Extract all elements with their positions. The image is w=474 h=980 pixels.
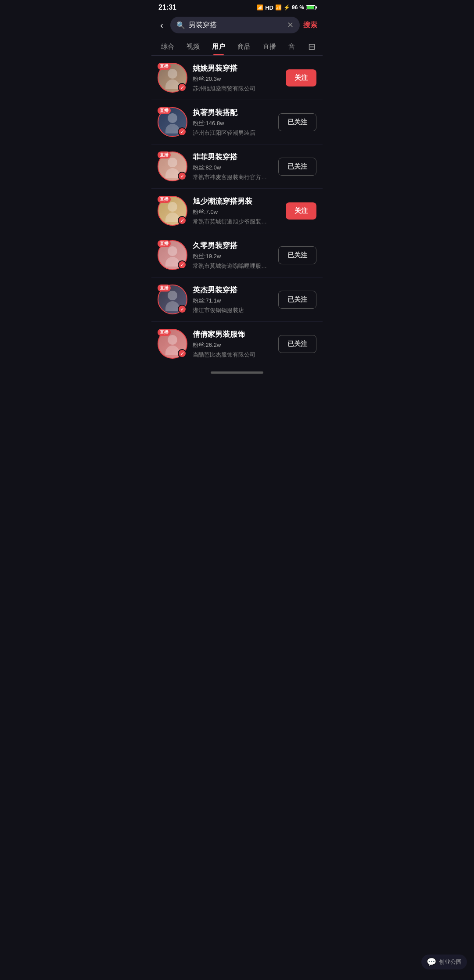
list-item: 直播✓执著男装搭配粉丝:146.8w泸州市江阳区轻潮男装店已关注 (151, 100, 323, 144)
user-info: 执著男装搭配粉丝:146.8w泸州市江阳区轻潮男装店 (193, 108, 273, 137)
user-desc: 当酷芭比杰服饰有限公司 (193, 351, 273, 359)
search-box: 🔍 男装穿搭 ✕ (170, 17, 300, 33)
tab-user[interactable]: 用户 (206, 38, 231, 55)
live-badge: 直播 (158, 107, 171, 114)
user-name: 菲菲男装穿搭 (193, 152, 273, 162)
battery-percent: 96 (292, 4, 298, 11)
tabs-bar: 综合 视频 用户 商品 直播 音 ⊟ (151, 38, 323, 56)
avatar: 直播✓ (158, 63, 187, 93)
avatar: 直播✓ (158, 107, 187, 137)
status-icons: 📶 HD 📶 ⚡ 96% (257, 4, 316, 11)
list-item: 直播✓菲菲男装穿搭粉丝:82.0w常熟市祎麦客服装商行官方…已关注 (151, 144, 323, 189)
user-fans: 粉丝:82.0w (193, 164, 273, 172)
wifi-icon: 📶 (257, 4, 263, 11)
user-list: 直播✓姚姚男装穿搭粉丝:20.3w苏州驰旭燊商贸有限公司关注直播✓执著男装搭配粉… (151, 56, 323, 366)
user-desc: 苏州驰旭燊商贸有限公司 (193, 85, 280, 93)
status-bar: 21:31 📶 HD 📶 ⚡ 96% (151, 0, 323, 13)
list-item: 直播✓英杰男装穿搭粉丝:71.1w潜江市俊锅锅服装店已关注 (151, 277, 323, 322)
user-info: 久零男装穿搭粉丝:19.2w常熟市莫城街道嗡嗡哩哩服… (193, 241, 273, 270)
bottom-bar (151, 366, 323, 379)
battery-icon (306, 5, 316, 10)
user-desc: 泸州市江阳区轻潮男装店 (193, 129, 273, 137)
back-button[interactable]: ‹ (157, 18, 167, 32)
tab-music[interactable]: 音 (282, 38, 301, 55)
unfollow-button[interactable]: 已关注 (278, 113, 316, 131)
unfollow-button[interactable]: 已关注 (278, 246, 316, 264)
verified-icon: ✓ (178, 349, 187, 358)
avatar: 直播✓ (158, 285, 187, 314)
user-fans: 粉丝:146.8w (193, 119, 273, 127)
user-name: 姚姚男装穿搭 (193, 63, 280, 73)
user-name: 英杰男装穿搭 (193, 285, 273, 295)
user-name: 执著男装搭配 (193, 108, 273, 118)
avatar: 直播✓ (158, 240, 187, 270)
list-item: 直播✓久零男装穿搭粉丝:19.2w常熟市莫城街道嗡嗡哩哩服…已关注 (151, 233, 323, 277)
user-info: 姚姚男装穿搭粉丝:20.3w苏州驰旭燊商贸有限公司 (193, 63, 280, 93)
list-item: 直播✓旭少潮流穿搭男装粉丝:7.0w常熟市莫城街道旭少爷服装…关注 (151, 189, 323, 233)
user-fans: 粉丝:20.3w (193, 75, 280, 83)
clear-button[interactable]: ✕ (287, 20, 294, 30)
user-fans: 粉丝:71.1w (193, 297, 273, 305)
live-badge: 直播 (158, 63, 171, 70)
avatar: 直播✓ (158, 329, 187, 359)
status-time: 21:31 (158, 4, 176, 11)
search-input[interactable]: 男装穿搭 (189, 21, 284, 30)
home-indicator (211, 371, 263, 374)
user-fans: 粉丝:19.2w (193, 252, 273, 260)
user-desc: 常熟市祎麦客服装商行官方… (193, 173, 273, 181)
tab-comprehensive[interactable]: 综合 (155, 38, 180, 55)
verified-icon: ✓ (178, 127, 187, 136)
verified-icon: ✓ (178, 172, 187, 180)
list-item: 直播✓姚姚男装穿搭粉丝:20.3w苏州驰旭燊商贸有限公司关注 (151, 56, 323, 100)
list-item: 直播✓倩倩家男装服饰粉丝:26.2w当酷芭比杰服饰有限公司已关注 (151, 322, 323, 366)
user-name: 久零男装穿搭 (193, 241, 273, 251)
user-fans: 粉丝:26.2w (193, 341, 273, 349)
live-badge: 直播 (158, 196, 171, 203)
live-badge: 直播 (158, 285, 171, 292)
verified-icon: ✓ (178, 260, 187, 269)
verified-icon: ✓ (178, 305, 187, 313)
live-badge: 直播 (158, 151, 171, 159)
user-desc: 潜江市俊锅锅服装店 (193, 306, 273, 314)
user-info: 旭少潮流穿搭男装粉丝:7.0w常熟市莫城街道旭少爷服装… (193, 196, 280, 226)
search-icon: 🔍 (176, 21, 185, 29)
verified-icon: ✓ (178, 216, 187, 225)
live-badge: 直播 (158, 240, 171, 247)
tab-live[interactable]: 直播 (257, 38, 282, 55)
filter-icon[interactable]: ⊟ (305, 38, 319, 55)
unfollow-button[interactable]: 已关注 (278, 335, 316, 353)
avatar: 直播✓ (158, 196, 187, 226)
follow-button[interactable]: 关注 (286, 69, 316, 86)
avatar: 直播✓ (158, 151, 187, 181)
signal2-icon: 📶 (275, 4, 282, 11)
user-fans: 粉丝:7.0w (193, 208, 280, 216)
user-info: 菲菲男装穿搭粉丝:82.0w常熟市祎麦客服装商行官方… (193, 152, 273, 181)
user-desc: 常熟市莫城街道旭少爷服装… (193, 218, 280, 226)
tab-video[interactable]: 视频 (180, 38, 206, 55)
user-name: 倩倩家男装服饰 (193, 329, 273, 339)
signal-icon: HD (265, 4, 273, 11)
live-badge: 直播 (158, 329, 171, 336)
user-name: 旭少潮流穿搭男装 (193, 196, 280, 206)
search-header: ‹ 🔍 男装穿搭 ✕ 搜索 (151, 13, 323, 38)
user-desc: 常熟市莫城街道嗡嗡哩哩服… (193, 262, 273, 270)
user-info: 倩倩家男装服饰粉丝:26.2w当酷芭比杰服饰有限公司 (193, 329, 273, 359)
user-info: 英杰男装穿搭粉丝:71.1w潜江市俊锅锅服装店 (193, 285, 273, 314)
verified-icon: ✓ (178, 83, 187, 92)
tab-product[interactable]: 商品 (231, 38, 257, 55)
search-submit-button[interactable]: 搜索 (303, 21, 317, 30)
lightning-icon: ⚡ (284, 4, 290, 11)
follow-button[interactable]: 关注 (286, 202, 316, 220)
unfollow-button[interactable]: 已关注 (278, 291, 316, 309)
unfollow-button[interactable]: 已关注 (278, 158, 316, 176)
